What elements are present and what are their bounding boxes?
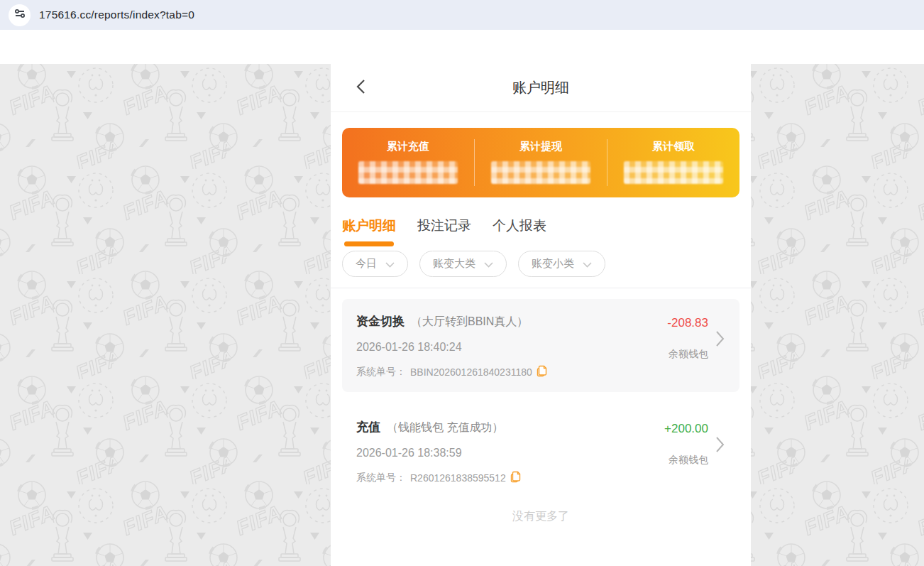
transaction-info: 资金切换 （大厅转到BBIN真人） 2026-01-26 18:40:24 系统… — [356, 313, 667, 379]
filter-label: 账变小类 — [532, 257, 574, 271]
page-viewport: FIFA — [0, 64, 924, 566]
chevron-right-icon[interactable] — [714, 330, 725, 347]
chevron-down-icon — [385, 258, 395, 270]
summary-total-claim: 累计领取 — [607, 128, 739, 197]
filter-date-dropdown[interactable]: 今日 — [342, 251, 408, 277]
order-label: 系统单号： — [356, 472, 406, 484]
chevron-left-icon — [356, 79, 365, 97]
tune-icon — [14, 8, 26, 22]
copy-order-button[interactable] — [537, 365, 547, 379]
transaction-datetime: 2026-01-26 18:38:59 — [356, 447, 664, 459]
copy-icon — [537, 365, 547, 379]
tab-account-detail[interactable]: 账户明细 — [342, 216, 396, 246]
tab-bar: 账户明细 投注记录 个人报表 — [331, 216, 751, 246]
tab-label: 个人报表 — [493, 216, 546, 235]
transaction-amount-block: +200.00 余额钱包 — [664, 419, 725, 467]
chevron-down-icon — [583, 258, 592, 270]
transaction-subtitle: （大厅转到BBIN真人） — [411, 315, 528, 330]
order-number: BBIN202601261840231180 — [410, 366, 532, 378]
summary-total-deposit: 累计充值 — [342, 128, 474, 197]
transaction-type: 充值 — [356, 419, 380, 435]
order-number: R2601261838595512 — [410, 472, 506, 484]
transaction-amount-block: -208.83 余额钱包 — [667, 313, 725, 361]
wallet-name: 余额钱包 — [669, 454, 708, 467]
transaction-info: 充值 （钱能钱包 充值成功） 2026-01-26 18:38:59 系统单号：… — [356, 419, 664, 485]
no-more-text: 没有更多了 — [342, 509, 739, 524]
filter-major-category-dropdown[interactable]: 账变大类 — [419, 251, 507, 277]
transaction-datetime: 2026-01-26 18:40:24 — [356, 341, 667, 354]
url-text[interactable]: 175616.cc/reports/index?tab=0 — [39, 9, 194, 21]
transaction-row[interactable]: 资金切换 （大厅转到BBIN真人） 2026-01-26 18:40:24 系统… — [342, 299, 739, 392]
tab-label: 投注记录 — [417, 216, 471, 235]
tab-personal-report[interactable]: 个人报表 — [493, 216, 546, 246]
transaction-subtitle: （钱能钱包 充值成功） — [387, 420, 503, 435]
copy-icon — [510, 471, 521, 485]
tab-bet-records[interactable]: 投注记录 — [417, 216, 471, 246]
summary-label: 累计领取 — [652, 140, 695, 153]
transaction-amount: -208.83 — [667, 316, 708, 330]
transaction-type: 资金切换 — [356, 313, 405, 330]
transaction-list: 资金切换 （大厅转到BBIN真人） 2026-01-26 18:40:24 系统… — [331, 288, 751, 524]
transaction-row[interactable]: 充值 （钱能钱包 充值成功） 2026-01-26 18:38:59 系统单号：… — [342, 405, 739, 498]
order-label: 系统单号： — [356, 366, 406, 379]
filters-row: 今日 账变大类 账变小类 — [331, 246, 751, 288]
site-settings-button[interactable] — [9, 4, 31, 26]
masked-value — [358, 161, 458, 184]
wallet-name: 余额钱包 — [669, 348, 708, 361]
transaction-amount: +200.00 — [664, 422, 708, 436]
back-button[interactable] — [351, 78, 370, 98]
masked-value — [624, 161, 723, 184]
filter-label: 今日 — [356, 257, 377, 271]
chevron-down-icon — [484, 258, 493, 270]
page-top-strip — [0, 30, 924, 64]
summary-label: 累计充值 — [387, 140, 429, 153]
page-title: 账户明细 — [512, 78, 569, 97]
summary-label: 累计提现 — [519, 140, 562, 153]
panel-header: 账户明细 — [331, 64, 751, 112]
active-tab-underline — [344, 241, 394, 246]
copy-order-button[interactable] — [510, 471, 521, 485]
summary-total-withdraw: 累计提现 — [475, 128, 607, 197]
account-detail-panel: 账户明细 累计充值 累计提现 累计领取 账户明细 — [331, 64, 751, 566]
summary-card: 累计充值 累计提现 累计领取 — [342, 128, 739, 197]
browser-url-bar[interactable]: 175616.cc/reports/index?tab=0 — [0, 0, 924, 30]
tab-label: 账户明细 — [342, 216, 396, 235]
filter-minor-category-dropdown[interactable]: 账变小类 — [518, 251, 605, 277]
masked-value — [491, 161, 590, 184]
chevron-right-icon[interactable] — [714, 436, 725, 453]
filter-label: 账变大类 — [433, 257, 475, 271]
